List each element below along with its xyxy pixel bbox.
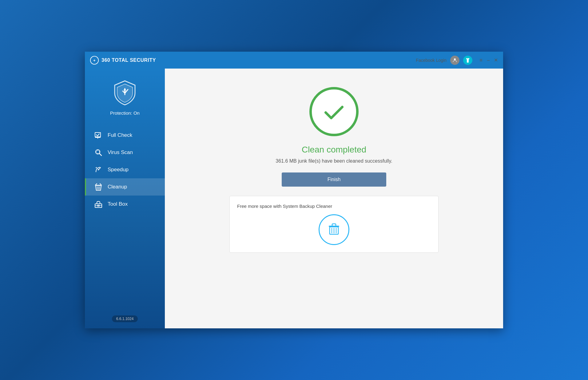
logo-icon: + xyxy=(90,56,99,65)
cleanup-icon xyxy=(94,183,103,191)
app-window: + 360 TOTAL SECURITY Facebook Login ≡ – … xyxy=(85,52,503,328)
svg-rect-4 xyxy=(95,133,101,137)
full-check-icon xyxy=(94,131,103,140)
main-content: Clean completed 361.6 MB junk file(s) ha… xyxy=(165,69,503,328)
close-button[interactable]: ✕ xyxy=(493,58,498,63)
title-bar: + 360 TOTAL SECURITY Facebook Login ≡ – … xyxy=(85,52,503,69)
virus-scan-icon xyxy=(94,148,103,157)
title-bar-right: Facebook Login ≡ – ✕ xyxy=(416,56,498,65)
minimize-button[interactable]: – xyxy=(486,58,491,63)
sidebar-item-virus-scan-label: Virus Scan xyxy=(108,149,133,156)
protection-label: Protection: On xyxy=(110,110,140,116)
version-badge: 6.6.1.1024 xyxy=(112,315,138,322)
app-logo: + 360 TOTAL SECURITY xyxy=(90,56,156,65)
finish-button[interactable]: Finish xyxy=(282,172,386,187)
sidebar-item-full-check[interactable]: Full Check xyxy=(85,127,165,144)
window-controls: ≡ – ✕ xyxy=(479,58,498,63)
clean-completed-title: Clean completed xyxy=(302,145,366,155)
sidebar: Protection: On Full Check xyxy=(85,69,165,328)
svg-line-19 xyxy=(100,187,100,190)
backup-card-title: Free more space with System Backup Clean… xyxy=(237,204,332,209)
menu-button[interactable]: ≡ xyxy=(479,58,483,63)
svg-text:+: + xyxy=(93,58,96,62)
svg-line-18 xyxy=(97,187,97,190)
backup-card: Free more space with System Backup Clean… xyxy=(229,196,439,253)
sidebar-item-speedup[interactable]: Speedup xyxy=(85,161,165,178)
clean-completed-subtitle: 361.6 MB junk file(s) have been cleaned … xyxy=(276,158,392,164)
trash-icon[interactable] xyxy=(319,214,349,245)
sidebar-item-cleanup[interactable]: Cleanup xyxy=(85,178,165,196)
facebook-login-label: Facebook Login xyxy=(416,58,447,63)
svg-point-2 xyxy=(454,58,456,60)
success-icon xyxy=(309,87,359,136)
shirt-icon-button[interactable] xyxy=(463,56,472,65)
user-avatar-button[interactable] xyxy=(450,56,459,65)
sidebar-item-tool-box[interactable]: Tool Box xyxy=(85,196,165,213)
app-name: 360 TOTAL SECURITY xyxy=(101,57,156,63)
svg-line-8 xyxy=(99,153,101,156)
svg-point-13 xyxy=(98,169,99,170)
sidebar-item-tool-box-label: Tool Box xyxy=(108,201,128,207)
svg-line-15 xyxy=(100,184,101,185)
sidebar-nav: Full Check Virus Scan xyxy=(85,127,165,213)
sidebar-item-speedup-label: Speedup xyxy=(108,167,129,173)
sidebar-item-full-check-label: Full Check xyxy=(108,132,132,138)
svg-rect-16 xyxy=(95,185,102,186)
sidebar-item-cleanup-label: Cleanup xyxy=(108,184,127,190)
main-area: Protection: On Full Check xyxy=(85,69,503,328)
shield-logo xyxy=(111,78,139,107)
speedup-icon xyxy=(94,165,103,174)
svg-line-14 xyxy=(96,184,97,185)
tool-box-icon xyxy=(94,200,103,208)
sidebar-item-virus-scan[interactable]: Virus Scan xyxy=(85,144,165,161)
